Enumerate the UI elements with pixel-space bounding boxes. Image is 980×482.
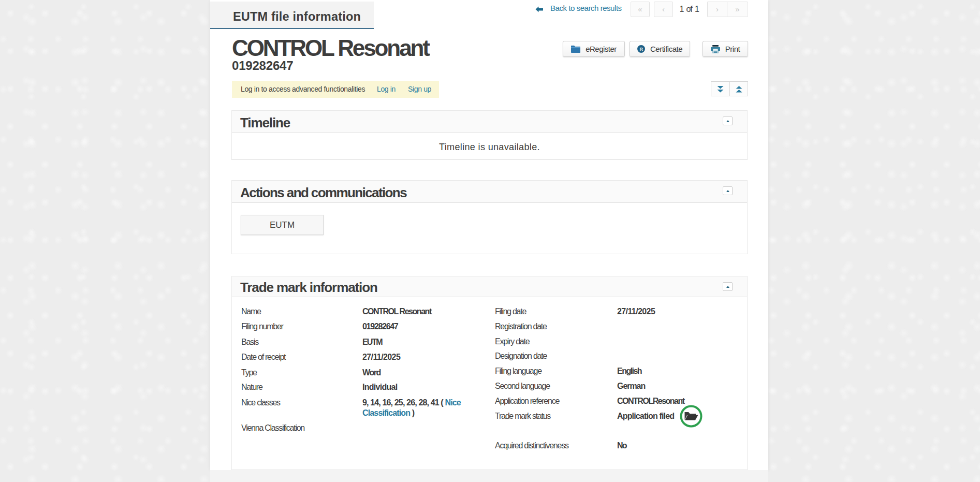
- svg-text:R: R: [639, 47, 643, 52]
